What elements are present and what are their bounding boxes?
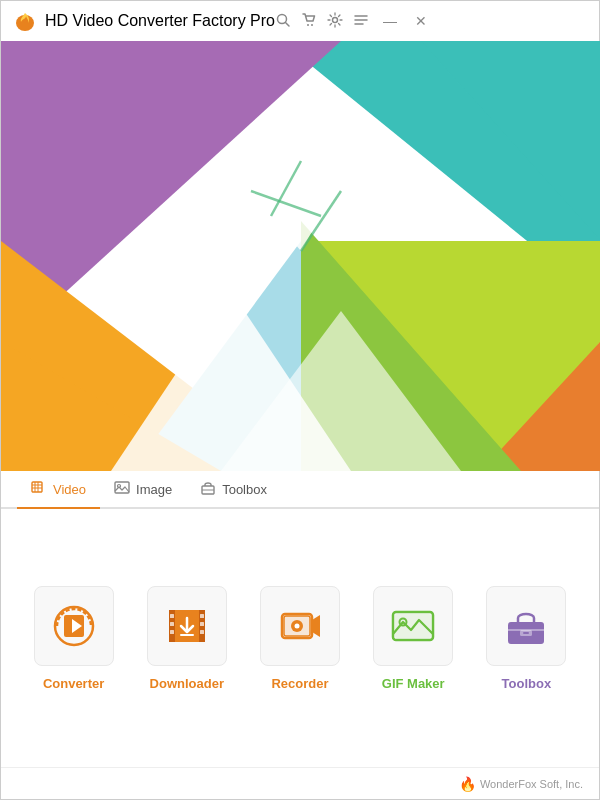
downloader-icon-box (147, 586, 227, 666)
svg-rect-45 (200, 630, 204, 634)
svg-rect-30 (115, 482, 129, 493)
video-tab-icon (31, 481, 47, 498)
app-logo (13, 9, 37, 33)
tab-toolbox[interactable]: Toolbox (186, 471, 281, 509)
svg-point-5 (333, 17, 338, 22)
toolbox-icon-box (486, 586, 566, 666)
menu-icon[interactable] (353, 12, 369, 31)
tool-converter[interactable]: Converter (25, 586, 122, 691)
wonderfox-logo-icon: 🔥 (459, 776, 476, 792)
tab-image-label: Image (136, 482, 172, 497)
svg-rect-42 (170, 630, 174, 634)
footer: 🔥 WonderFox Soft, Inc. (1, 767, 599, 799)
tool-gif-maker[interactable]: GIF Maker (365, 586, 462, 691)
tab-image[interactable]: Image (100, 471, 186, 509)
svg-rect-25 (33, 483, 41, 491)
downloader-label: Downloader (150, 676, 224, 691)
title-bar-controls: — ✕ (275, 11, 431, 31)
converter-label: Converter (43, 676, 104, 691)
close-button[interactable]: ✕ (411, 11, 431, 31)
gif-maker-icon-box (373, 586, 453, 666)
svg-rect-44 (200, 622, 204, 626)
svg-point-4 (311, 24, 313, 26)
svg-point-3 (307, 24, 309, 26)
search-icon[interactable] (275, 12, 291, 31)
tool-recorder[interactable]: Recorder (251, 586, 348, 691)
minimize-button[interactable]: — (379, 11, 401, 31)
footer-brand: 🔥 WonderFox Soft, Inc. (459, 776, 583, 792)
toolbox-tab-icon (200, 481, 216, 498)
svg-rect-24 (32, 482, 42, 492)
recorder-label: Recorder (271, 676, 328, 691)
tab-video[interactable]: Video (17, 471, 100, 509)
svg-point-52 (295, 623, 300, 628)
nav-tabs: Video Image Toolbox (1, 471, 599, 509)
tab-video-label: Video (53, 482, 86, 497)
svg-rect-40 (170, 614, 174, 618)
svg-rect-43 (200, 614, 204, 618)
svg-rect-59 (523, 632, 529, 634)
title-bar: HD Video Converter Factory Pro (1, 1, 599, 41)
footer-brand-name: WonderFox Soft, Inc. (480, 778, 583, 790)
app-title: HD Video Converter Factory Pro (45, 12, 275, 30)
hero-banner (1, 41, 600, 471)
svg-line-2 (286, 22, 290, 26)
tab-toolbox-label: Toolbox (222, 482, 267, 497)
recorder-icon-box (260, 586, 340, 666)
tool-downloader[interactable]: Downloader (138, 586, 235, 691)
svg-rect-41 (170, 622, 174, 626)
cart-icon[interactable] (301, 12, 317, 31)
gif-maker-label: GIF Maker (382, 676, 445, 691)
image-tab-icon (114, 481, 130, 498)
settings-icon[interactable] (327, 12, 343, 31)
tool-grid: Converter (1, 509, 599, 767)
converter-icon-box (34, 586, 114, 666)
tool-toolbox[interactable]: Toolbox (478, 586, 575, 691)
app-window: HD Video Converter Factory Pro (0, 0, 600, 800)
toolbox-label: Toolbox (502, 676, 552, 691)
